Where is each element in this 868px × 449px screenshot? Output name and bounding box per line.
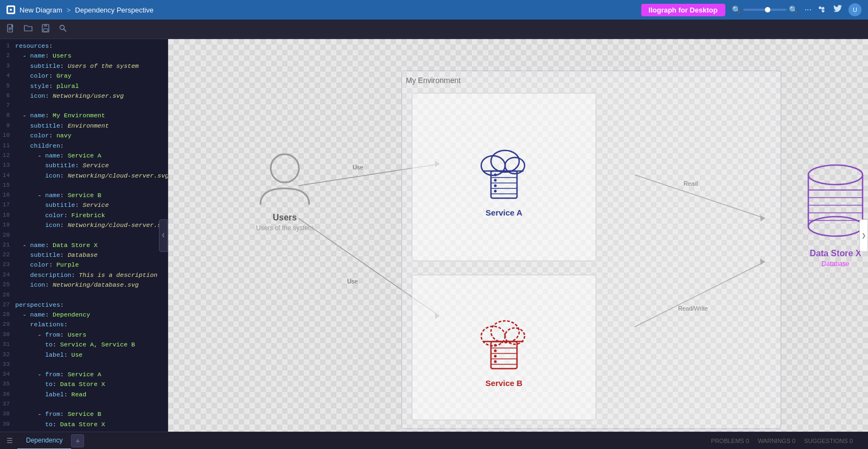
users-label: Users	[239, 213, 331, 223]
code-line-2: 2 - name: Users	[0, 51, 168, 61]
service-a-icon	[471, 137, 537, 208]
svg-point-50	[808, 165, 863, 185]
service-b-icon	[471, 308, 537, 378]
code-line-11: 11 children:	[0, 141, 168, 151]
dependency-tab-label: Dependency	[26, 437, 62, 444]
second-toolbar	[0, 20, 868, 39]
code-line-27: 27 perspectives:	[0, 300, 168, 310]
app-subtitle: Dependency Perspective	[75, 6, 154, 14]
app-logo	[7, 5, 15, 14]
service-b-box[interactable]: Service B	[412, 275, 596, 420]
code-line-39: 39 to: Data Store X	[0, 420, 168, 429]
code-line-38: 38 - from: Service B	[0, 409, 168, 419]
code-line-30: 30 - from: Users	[0, 330, 168, 340]
main-content: 1 resources: 2 - name: Users 3 subtitle:…	[0, 39, 868, 432]
code-line-23: 23 color: Purple	[0, 260, 168, 270]
user-avatar[interactable]: U	[848, 3, 861, 16]
add-tab-button[interactable]: +	[71, 434, 84, 447]
collapse-editor-button[interactable]: ❮	[159, 219, 168, 252]
code-line-22: 22 subtitle: Database	[0, 250, 168, 260]
code-line-12: 12 - name: Service A	[0, 151, 168, 161]
svg-point-53	[808, 217, 863, 236]
datastore-sublabel: Database	[787, 260, 868, 268]
open-folder-icon[interactable]	[24, 24, 33, 34]
svg-point-49	[271, 154, 299, 182]
datastore-icon	[800, 159, 868, 245]
code-line-14: 14 icon: Networking/cloud-server.svg	[0, 171, 168, 181]
zoom-out-icon[interactable]: 🔍	[732, 5, 741, 14]
datastore-node[interactable]: Data Store X Database	[787, 159, 868, 268]
list-view-icon[interactable]: ☰	[7, 437, 13, 445]
service-a-box[interactable]: Service A	[412, 93, 596, 261]
save-icon[interactable]	[41, 24, 50, 34]
service-b-label: Service B	[486, 378, 522, 388]
collapse-right-button[interactable]: ❯	[859, 219, 868, 252]
code-line-31: 31 to: Service A, Service B	[0, 340, 168, 350]
title-separator: >	[67, 6, 71, 14]
svg-point-48	[494, 360, 497, 363]
users-node[interactable]: Users Users of the system	[239, 148, 331, 232]
top-bar-right: Ilograph for Desktop 🔍 🔍 ··· U	[641, 3, 861, 16]
svg-point-32	[494, 173, 497, 176]
svg-point-34	[494, 184, 497, 187]
zoom-in-icon[interactable]: 🔍	[789, 5, 798, 14]
svg-point-46	[494, 349, 497, 352]
code-line-29: 29 relations:	[0, 320, 168, 330]
share-icon[interactable]	[818, 4, 827, 15]
code-line-3: 3 subtitle: Users of the system	[0, 61, 168, 71]
code-line-35: 35 to: Data Store X	[0, 380, 168, 389]
svg-point-47	[494, 355, 497, 357]
svg-point-37	[491, 321, 519, 343]
code-editor[interactable]: 1 resources: 2 - name: Users 3 subtitle:…	[0, 39, 168, 432]
app-title: New Diagram	[20, 6, 62, 14]
code-line-26: 26	[0, 290, 168, 300]
code-line-40: 40 label: Read/Write	[0, 429, 168, 432]
code-line-25: 25 icon: Networking/database.svg	[0, 280, 168, 290]
brand-button[interactable]: Ilograph for Desktop	[641, 4, 725, 16]
code-line-20: 20	[0, 231, 168, 241]
svg-point-45	[494, 344, 497, 346]
svg-point-1	[10, 9, 12, 11]
code-line-17: 17 subtitle: Service	[0, 200, 168, 210]
top-bar: New Diagram > Dependency Perspective Ilo…	[0, 0, 868, 20]
code-line-16: 16 - name: Service B	[0, 191, 168, 200]
code-line-6: 6 icon: Networking/user.svg	[0, 91, 168, 101]
svg-text:Use: Use	[353, 164, 363, 170]
code-line-24: 24 description: This is a description	[0, 270, 168, 280]
service-a-label: Service A	[486, 208, 522, 217]
code-line-8: 8 - name: My Environment	[0, 111, 168, 121]
svg-line-10	[64, 29, 67, 32]
code-line-18: 18 color: Firebrick	[0, 211, 168, 220]
code-line-33: 33	[0, 360, 168, 370]
dependency-tab[interactable]: Dependency	[17, 432, 71, 450]
code-line-21: 21 - name: Data Store X	[0, 241, 168, 250]
environment-box: Service A	[401, 71, 781, 429]
code-line-36: 36 label: Read	[0, 390, 168, 400]
svg-rect-7	[44, 24, 47, 27]
warnings-stat: WARNINGS 0	[758, 438, 795, 444]
svg-point-33	[494, 179, 497, 181]
code-line-13: 13 subtitle: Service	[0, 161, 168, 170]
code-line-19: 19 icon: Networking/cloud-server.svg	[0, 220, 168, 230]
code-line-15: 15	[0, 181, 168, 191]
bottom-bar: ☰ Dependency + PROBLEMS 0 WARNINGS 0 SUG…	[0, 432, 868, 449]
more-options-icon[interactable]: ···	[805, 5, 812, 15]
twitter-icon[interactable]	[833, 5, 842, 15]
code-line-34: 34 - from: Service A	[0, 370, 168, 380]
code-line-4: 4 color: Gray	[0, 71, 168, 81]
search-icon[interactable]	[59, 24, 67, 34]
svg-point-35	[494, 189, 497, 192]
diagram-panel[interactable]: Use Use Read Read/Write My Environment	[168, 39, 868, 432]
users-sublabel: Users of the system	[239, 224, 331, 232]
users-icon	[255, 148, 315, 213]
suggestions-stat: SUGGESTIONS 0	[804, 438, 853, 444]
svg-point-9	[60, 26, 65, 30]
zoom-slider[interactable]	[743, 9, 787, 11]
datastore-label: Data Store X	[787, 249, 868, 258]
code-line-9: 9 subtitle: Environment	[0, 121, 168, 131]
new-file-icon[interactable]	[7, 24, 15, 34]
zoom-control[interactable]: 🔍 🔍	[732, 5, 798, 14]
code-line-7: 7	[0, 101, 168, 111]
code-line-28: 28 - name: Dependency	[0, 310, 168, 320]
svg-rect-8	[43, 29, 48, 31]
